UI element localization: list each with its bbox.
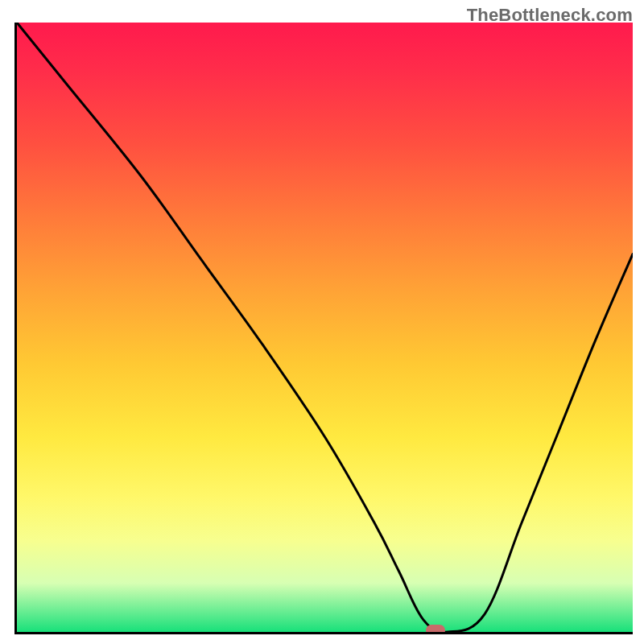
- curve-path: [17, 23, 633, 632]
- chart-container: TheBottleneck.com: [0, 0, 644, 644]
- optimal-marker: [426, 625, 445, 634]
- plot-area: [14, 23, 633, 634]
- bottleneck-curve: [17, 23, 633, 632]
